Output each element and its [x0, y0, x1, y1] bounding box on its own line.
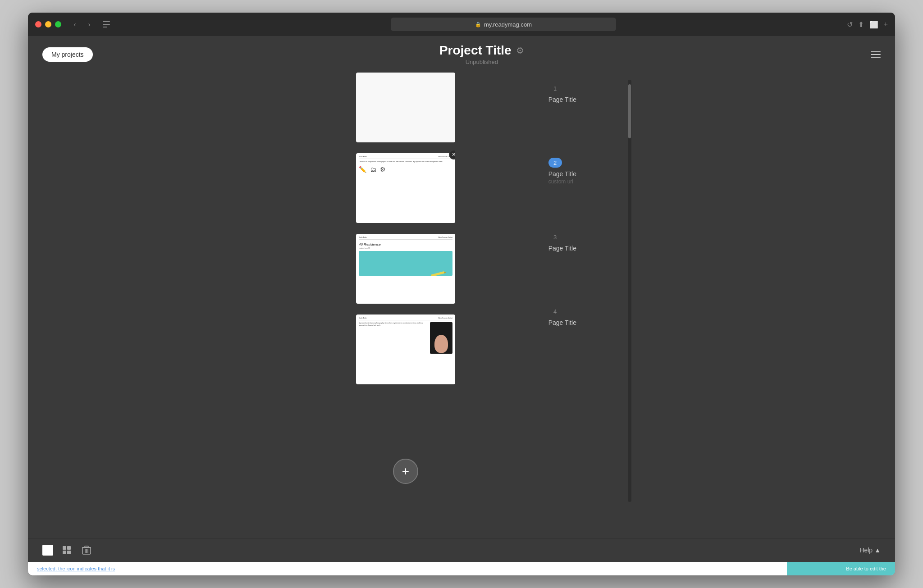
- pencil-body: [431, 271, 444, 276]
- svg-rect-4: [67, 546, 71, 550]
- page4-nav: About Services Contact: [439, 317, 452, 319]
- settings-icon[interactable]: ⚙: [516, 45, 524, 56]
- right-spacer: [639, 73, 881, 538]
- right-panel: 1 Page Title 2 Page Title custom url 3 P…: [538, 73, 639, 538]
- page-thumbnail-2[interactable]: Studio Atelier About Services Contact I …: [356, 153, 455, 223]
- add-page-icon[interactable]: +: [393, 459, 418, 484]
- url-text: my.readymag.com: [484, 21, 532, 28]
- hamburger-line-1: [871, 51, 881, 52]
- traffic-lights: [35, 21, 61, 27]
- page-thumbnail-4[interactable]: Studio Atelier About Services Contact My…: [356, 315, 455, 384]
- back-button[interactable]: ‹: [69, 20, 81, 29]
- my-projects-button[interactable]: My projects: [42, 47, 93, 62]
- page-thumbnail-1[interactable]: [356, 73, 455, 142]
- project-title-row: Project Title ⚙: [439, 43, 524, 58]
- page2-body: I work as an independent photographer fo…: [359, 161, 452, 163]
- lock-icon: 🔒: [475, 22, 481, 27]
- center-column: ✕ Studio Atelier About Services Contact …: [284, 73, 526, 538]
- sidebar-toggle-button[interactable]: [101, 20, 112, 29]
- app-header: My projects Project Title ⚙ Unpublished: [28, 36, 895, 73]
- hint-text-right: Be able to edit the: [846, 566, 886, 571]
- page-info-title-3[interactable]: Page Title: [548, 245, 628, 252]
- page3-nav: About Services Contact: [439, 237, 452, 238]
- page3-header: Studio Atelier About Services Contact: [359, 237, 452, 240]
- page-info-url-2[interactable]: custom url: [548, 178, 628, 185]
- page-info-4: 4 Page Title: [548, 303, 628, 377]
- hamburger-menu-button[interactable]: [871, 51, 881, 58]
- page4-text: My expertise in fashion photography stem…: [359, 322, 428, 354]
- help-arrow: ▲: [874, 547, 881, 554]
- toolbar-right: ↺ ⬆ ⬜ +: [847, 20, 888, 29]
- portrait-face: [434, 335, 448, 353]
- page4-portrait: [430, 322, 452, 354]
- pencil-tip: [444, 271, 447, 273]
- white-square-tool[interactable]: [42, 545, 53, 556]
- titlebar: ‹ › 🔒 my.readymag.com ↺ ⬆ ⬜ +: [28, 13, 895, 36]
- browser-window: ‹ › 🔒 my.readymag.com ↺ ⬆ ⬜ + My project…: [28, 13, 895, 575]
- page3-subtitle: Location: Lyon, FR: [359, 247, 452, 249]
- pencil-decoration: [431, 270, 447, 276]
- minimize-traffic-light[interactable]: [45, 21, 51, 27]
- page-info-title-1[interactable]: Page Title: [548, 96, 628, 103]
- page4-content: My expertise in fashion photography stem…: [359, 322, 452, 354]
- page-item-4[interactable]: Studio Atelier About Services Contact My…: [356, 315, 455, 384]
- svg-rect-5: [63, 551, 66, 554]
- page-info-title-2[interactable]: Page Title: [548, 170, 628, 178]
- page3-image: [359, 251, 452, 276]
- project-header: Project Title ⚙ Unpublished: [439, 43, 524, 65]
- hint-link-left[interactable]: selected, the icon indicates that it is: [37, 566, 115, 571]
- bottom-hint-strip: selected, the icon indicates that it is …: [28, 562, 895, 575]
- hamburger-line-2: [871, 54, 881, 55]
- refresh-button[interactable]: ↺: [847, 20, 853, 29]
- help-button[interactable]: Help ▲: [859, 547, 881, 554]
- app-content: My projects Project Title ⚙ Unpublished: [28, 36, 895, 575]
- left-spacer: [42, 73, 284, 538]
- maximize-traffic-light[interactable]: [55, 21, 61, 27]
- scrollbar-track[interactable]: [628, 80, 631, 502]
- trash-tool[interactable]: [80, 544, 93, 556]
- project-status: Unpublished: [439, 59, 524, 65]
- page-info-1: 1 Page Title: [548, 80, 628, 154]
- page3-title: 46 Residence: [359, 242, 452, 246]
- forward-button[interactable]: ›: [83, 20, 96, 29]
- address-bar[interactable]: 🔒 my.readymag.com: [391, 18, 616, 31]
- close-traffic-light[interactable]: [35, 21, 41, 27]
- hint-right: Be able to edit the: [787, 562, 895, 575]
- bottom-bar: Help ▲: [28, 538, 895, 562]
- grid-tool[interactable]: [60, 544, 73, 556]
- new-tab-button[interactable]: +: [884, 20, 888, 28]
- page-thumbnail-3[interactable]: Studio Atelier About Services Contact 46…: [356, 234, 455, 304]
- page-number-2: 2: [548, 158, 562, 168]
- fullscreen-button[interactable]: ⬜: [869, 20, 878, 29]
- page-item-1[interactable]: [356, 73, 455, 142]
- bottom-tools: [42, 544, 93, 556]
- page-info-panel: 1 Page Title 2 Page Title custom url 3 P…: [538, 73, 628, 538]
- page-info-3: 3 Page Title: [548, 228, 628, 303]
- svg-rect-0: [103, 21, 110, 22]
- main-area: ✕ Studio Atelier About Services Contact …: [28, 73, 895, 538]
- page4-header: Studio Atelier About Services Contact: [359, 317, 452, 320]
- page-item-3[interactable]: Studio Atelier About Services Contact 46…: [356, 234, 455, 304]
- page-info-title-4[interactable]: Page Title: [548, 319, 628, 326]
- svg-rect-2: [103, 27, 107, 27]
- page4-brand: Studio Atelier: [359, 317, 367, 319]
- hamburger-line-3: [871, 57, 881, 58]
- svg-rect-9: [85, 546, 88, 547]
- browser-nav-buttons: ‹ ›: [69, 20, 96, 29]
- scrollbar-thumb[interactable]: [628, 84, 631, 138]
- page-info-2: 2 Page Title custom url: [548, 154, 628, 228]
- project-title: Project Title: [439, 43, 512, 58]
- stack-icon[interactable]: 🗂: [370, 166, 376, 173]
- page-item-2[interactable]: ✕ Studio Atelier About Services Contact …: [356, 153, 455, 223]
- close-icon: ✕: [452, 151, 455, 158]
- svg-rect-3: [63, 546, 66, 550]
- gear-icon[interactable]: ⚙: [380, 166, 386, 173]
- page-number-4: 4: [548, 306, 562, 316]
- help-label: Help: [859, 547, 873, 554]
- share-button[interactable]: ⬆: [858, 20, 864, 29]
- page3-brand: Studio Atelier: [359, 237, 367, 238]
- page2-header: Studio Atelier About Services Contact: [359, 156, 452, 159]
- svg-rect-6: [67, 551, 71, 554]
- pencil-icon[interactable]: ✏️: [359, 166, 366, 173]
- plus-icon: +: [402, 464, 409, 479]
